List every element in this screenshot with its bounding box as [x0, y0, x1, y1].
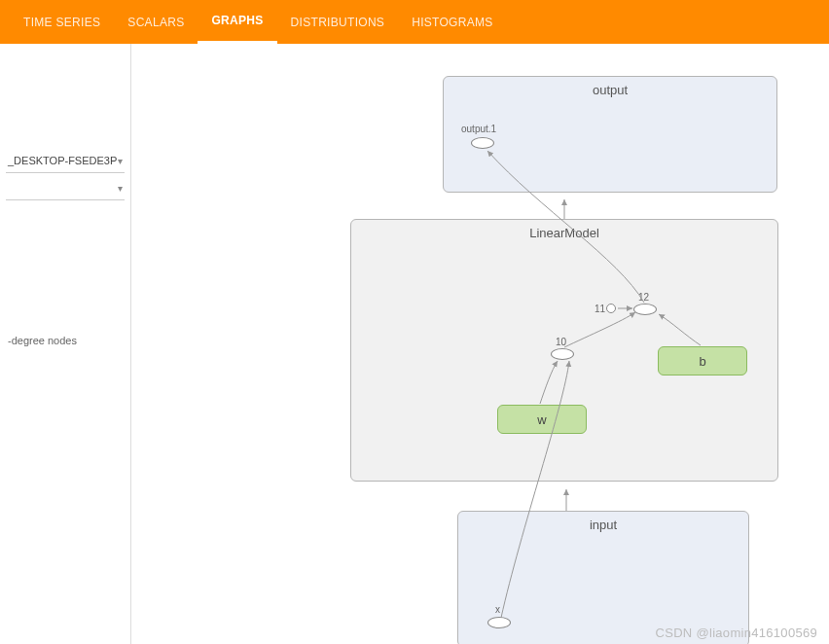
- group-input[interactable]: input x: [457, 511, 749, 644]
- node-output1[interactable]: [471, 137, 494, 149]
- chevron-down-icon: ▾: [118, 183, 123, 194]
- output1-label: output.1: [461, 124, 496, 134]
- node-w[interactable]: w: [497, 405, 587, 434]
- graph-canvas[interactable]: output output.1 LinearModel 12 11 10 w b…: [131, 44, 829, 644]
- run-selector[interactable]: _DESKTOP-FSEDE3P ▾: [6, 149, 125, 173]
- node10-label: 10: [556, 337, 566, 347]
- watermark: CSDN @liaomin416100569: [656, 626, 818, 640]
- x-label: x: [495, 604, 500, 615]
- sidebar: _DESKTOP-FSEDE3P ▾ ▾ -degree nodes: [0, 44, 131, 644]
- tab-distributions[interactable]: DISTRIBUTIONS: [277, 0, 399, 44]
- group-output-title: output: [593, 83, 628, 97]
- run-label: _DESKTOP-FSEDE3P: [8, 155, 117, 166]
- tab-time-series[interactable]: TIME SERIES: [10, 0, 114, 44]
- node-11[interactable]: [606, 304, 616, 313]
- node-b[interactable]: b: [658, 346, 747, 376]
- chevron-down-icon: ▾: [118, 156, 123, 166]
- tab-histograms[interactable]: HISTOGRAMS: [398, 0, 506, 44]
- node-10[interactable]: [551, 348, 574, 360]
- tab-scalars[interactable]: SCALARS: [114, 0, 198, 44]
- node12-label: 12: [638, 292, 649, 303]
- node11-label: 11: [595, 304, 605, 314]
- node-12[interactable]: [633, 304, 657, 315]
- tag-selector[interactable]: ▾: [6, 177, 125, 200]
- group-output[interactable]: output output.1: [443, 76, 777, 193]
- degree-nodes-label: -degree nodes: [6, 331, 125, 350]
- group-input-title: input: [590, 518, 617, 532]
- top-nav: TIME SERIES SCALARS GRAPHS DISTRIBUTIONS…: [0, 0, 829, 44]
- tab-graphs[interactable]: GRAPHS: [198, 0, 276, 44]
- group-linearmodel-title: LinearModel: [529, 226, 599, 240]
- group-linearmodel[interactable]: LinearModel 12 11 10 w b: [350, 219, 778, 482]
- node-x[interactable]: [487, 617, 511, 628]
